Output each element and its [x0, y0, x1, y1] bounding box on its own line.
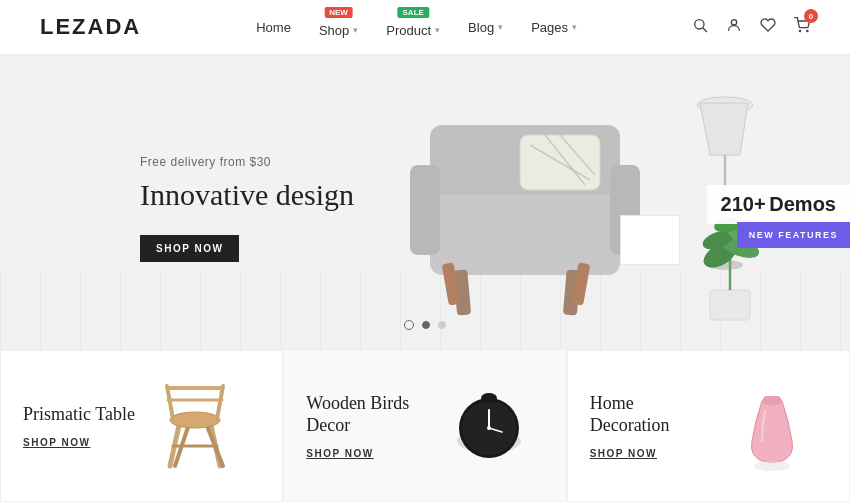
product-chevron: ▾ [435, 25, 440, 35]
carousel-dot-1[interactable] [404, 320, 414, 330]
svg-line-33 [167, 386, 173, 419]
nav-blog[interactable]: Blog ▾ [468, 20, 503, 35]
svg-point-43 [481, 393, 497, 403]
svg-point-3 [799, 30, 800, 31]
svg-rect-10 [410, 165, 440, 255]
header: LEZADA Home NEW Shop ▾ SALE Product ▾ Bl… [0, 0, 850, 55]
shop-now-link-1[interactable]: SHOP NOW [23, 437, 136, 448]
carousel-dot-2[interactable] [422, 321, 430, 329]
blog-chevron: ▾ [498, 22, 503, 32]
hero-title: Innovative design [140, 177, 354, 213]
demos-label: Demos [769, 193, 836, 215]
hero-content: Free delivery from $30 Innovative design… [140, 155, 354, 262]
shop-badge: NEW [324, 7, 353, 18]
product-info-3: Home Decoration SHOP NOW [590, 393, 703, 459]
cart-count: 0 [804, 9, 818, 23]
product-badge: SALE [398, 7, 429, 18]
cart-icon[interactable]: 0 [794, 17, 810, 37]
product-image-1 [150, 371, 260, 481]
product-card-3: Home Decoration SHOP NOW [567, 350, 850, 502]
nav-pages[interactable]: Pages ▾ [531, 20, 577, 35]
product-image-3 [717, 371, 827, 481]
logo[interactable]: LEZADA [40, 14, 141, 40]
svg-rect-8 [430, 185, 620, 275]
svg-line-1 [703, 28, 707, 32]
svg-point-32 [170, 412, 220, 428]
svg-point-4 [807, 30, 808, 31]
new-features-button[interactable]: NEW FEATURES [737, 222, 850, 248]
nav-home[interactable]: Home [256, 20, 291, 35]
hero-section: Free delivery from $30 Innovative design… [0, 55, 850, 350]
product-card-2: Wooden Birds Decor SHOP NOW [283, 350, 566, 502]
product-cards: Prismatic Table SHOP NOW [0, 350, 850, 502]
nav-product[interactable]: SALE Product ▾ [386, 17, 440, 38]
product-title-2: Wooden Birds Decor [306, 393, 419, 436]
svg-point-2 [731, 20, 736, 25]
carousel-dot-3[interactable] [438, 321, 446, 329]
svg-line-34 [217, 386, 223, 419]
demos-promo: 210+ Demos [707, 185, 850, 224]
svg-point-42 [487, 426, 491, 430]
carousel-dots [404, 320, 446, 330]
product-image-2 [434, 371, 544, 481]
pages-chevron: ▾ [572, 22, 577, 32]
main-nav: Home NEW Shop ▾ SALE Product ▾ Blog ▾ Pa… [256, 17, 577, 38]
header-icons: 0 [692, 17, 810, 37]
svg-rect-20 [710, 290, 750, 320]
svg-rect-45 [763, 396, 781, 404]
hero-shop-button[interactable]: SHOP NOW [140, 235, 239, 262]
hero-sub-text: Free delivery from $30 [140, 155, 354, 169]
product-card-1: Prismatic Table SHOP NOW [0, 350, 283, 502]
product-info-2: Wooden Birds Decor SHOP NOW [306, 393, 419, 459]
user-icon[interactable] [726, 17, 742, 37]
shop-now-link-3[interactable]: SHOP NOW [590, 448, 703, 459]
product-title-1: Prismatic Table [23, 404, 136, 426]
svg-point-46 [754, 461, 790, 471]
wishlist-icon[interactable] [760, 17, 776, 37]
table-prop [620, 215, 680, 265]
search-icon[interactable] [692, 17, 708, 37]
product-info-1: Prismatic Table SHOP NOW [23, 404, 136, 449]
demos-count: 210+ [721, 193, 766, 215]
nav-shop[interactable]: NEW Shop ▾ [319, 17, 358, 38]
shop-chevron: ▾ [353, 25, 358, 35]
shop-now-link-2[interactable]: SHOP NOW [306, 448, 419, 459]
product-title-3: Home Decoration [590, 393, 703, 436]
